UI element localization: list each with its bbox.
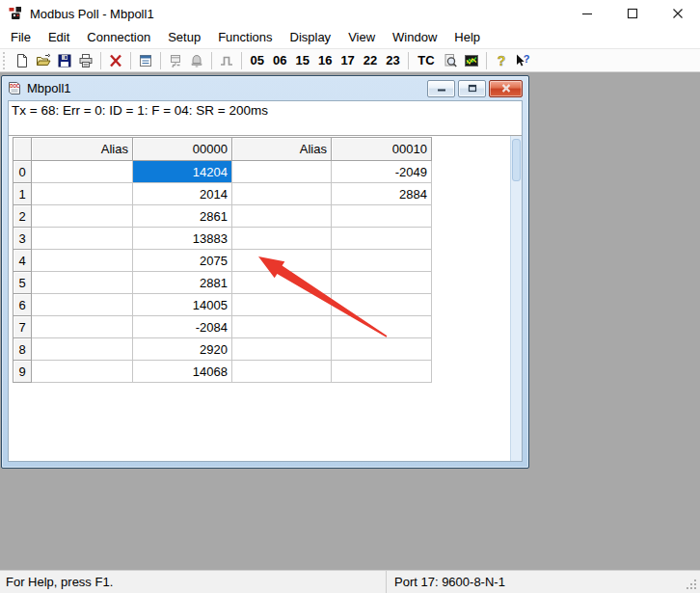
grid-cell[interactable] bbox=[32, 183, 133, 205]
grid-cell[interactable]: 13883 bbox=[133, 228, 232, 250]
toolbar-grip[interactable] bbox=[3, 52, 8, 69]
test-center-button[interactable]: TC bbox=[413, 50, 439, 70]
row-header-3[interactable]: 3 bbox=[13, 228, 32, 250]
help-button[interactable]: ? bbox=[491, 50, 512, 70]
row-header-8[interactable]: 8 bbox=[13, 338, 32, 361]
grid-cell[interactable] bbox=[232, 228, 332, 250]
function-16-button[interactable]: 16 bbox=[313, 50, 336, 70]
grid-cell[interactable] bbox=[232, 338, 332, 361]
grid-cell[interactable]: 2861 bbox=[133, 205, 232, 228]
grid-cell[interactable] bbox=[332, 250, 432, 272]
single-poll-button[interactable] bbox=[216, 50, 237, 70]
row-header-0[interactable]: 0 bbox=[13, 161, 32, 183]
read-write-definition-icon bbox=[138, 53, 153, 68]
menu-help[interactable]: Help bbox=[445, 27, 489, 48]
grid-cell[interactable]: 14068 bbox=[133, 361, 232, 383]
main-titlebar[interactable]: Modbus Poll - Mbpoll1 bbox=[0, 0, 700, 27]
grid-cell[interactable] bbox=[332, 205, 432, 228]
grid-cell[interactable] bbox=[232, 183, 332, 205]
grid-cell[interactable] bbox=[332, 272, 432, 294]
read-write-definition-button[interactable] bbox=[135, 50, 156, 70]
grid-cell[interactable] bbox=[232, 161, 332, 183]
grid-cell[interactable] bbox=[32, 205, 133, 228]
grid-cell[interactable]: 14204 bbox=[133, 161, 232, 183]
close-button[interactable] bbox=[655, 0, 700, 27]
grid-cell[interactable] bbox=[332, 294, 432, 316]
row-header-1[interactable]: 1 bbox=[13, 183, 32, 205]
row-header-7[interactable]: 7 bbox=[13, 316, 32, 338]
grid-cell[interactable]: 2920 bbox=[133, 338, 232, 361]
menu-window[interactable]: Window bbox=[384, 27, 445, 48]
vertical-scrollbar[interactable] bbox=[510, 136, 522, 461]
grid-cell[interactable]: -2049 bbox=[332, 161, 432, 183]
grid-corner-header[interactable] bbox=[13, 138, 32, 161]
grid-cell[interactable] bbox=[32, 161, 133, 183]
row-header-2[interactable]: 2 bbox=[13, 205, 32, 228]
communication-traffic-button[interactable] bbox=[165, 50, 186, 70]
grid-cell[interactable] bbox=[332, 316, 432, 338]
menu-view[interactable]: View bbox=[339, 27, 384, 48]
menu-file[interactable]: File bbox=[2, 27, 40, 48]
grid-cell[interactable] bbox=[332, 361, 432, 383]
grid-cell[interactable] bbox=[32, 338, 133, 361]
register-00010-column-header[interactable]: 00010 bbox=[332, 138, 432, 161]
grid-cell[interactable] bbox=[32, 316, 133, 338]
alias-column-header[interactable]: Alias bbox=[232, 138, 332, 161]
grid-cell[interactable]: 2014 bbox=[133, 183, 232, 205]
chart-button[interactable] bbox=[461, 50, 482, 70]
child-minimize-button[interactable] bbox=[427, 80, 455, 97]
grid-cell[interactable] bbox=[232, 250, 332, 272]
alias-column-header[interactable]: Alias bbox=[32, 138, 133, 161]
register-00000-column-header[interactable]: 00000 bbox=[133, 138, 232, 161]
function-17-button[interactable]: 17 bbox=[337, 50, 359, 70]
child-close-button[interactable] bbox=[489, 80, 523, 97]
child-restore-button[interactable] bbox=[458, 80, 486, 97]
grid-cell[interactable] bbox=[232, 272, 332, 294]
disconnect-button[interactable] bbox=[105, 50, 126, 70]
function-22-button[interactable]: 22 bbox=[359, 50, 381, 70]
child-minimize-icon bbox=[437, 85, 446, 93]
open-button[interactable] bbox=[33, 50, 54, 70]
grid-cell[interactable] bbox=[32, 250, 133, 272]
log-button[interactable] bbox=[186, 50, 207, 70]
grid-cell[interactable]: 2884 bbox=[332, 183, 432, 205]
row-header-9[interactable]: 9 bbox=[13, 361, 32, 383]
menu-display[interactable]: Display bbox=[282, 27, 340, 48]
print-button[interactable] bbox=[75, 50, 96, 70]
grid-cell[interactable] bbox=[232, 361, 332, 383]
grid-cell[interactable] bbox=[32, 294, 133, 316]
grid-cell[interactable]: 2075 bbox=[133, 250, 232, 272]
menu-setup[interactable]: Setup bbox=[159, 27, 209, 48]
find-button[interactable] bbox=[440, 50, 461, 70]
grid-cell[interactable]: -2084 bbox=[133, 316, 232, 338]
grid-cell[interactable] bbox=[32, 361, 133, 383]
grid-cell[interactable] bbox=[232, 294, 332, 316]
menu-connection[interactable]: Connection bbox=[78, 27, 159, 48]
function-23-button[interactable]: 23 bbox=[382, 50, 404, 70]
context-help-button[interactable]: ? bbox=[512, 50, 533, 70]
minimize-button[interactable] bbox=[564, 0, 609, 27]
grid-cell[interactable] bbox=[232, 205, 332, 228]
function-05-button[interactable]: 05 bbox=[246, 50, 268, 70]
new-button[interactable] bbox=[12, 50, 33, 70]
grid-cell[interactable] bbox=[332, 338, 432, 361]
menu-functions[interactable]: Functions bbox=[209, 27, 281, 48]
grid-cell[interactable]: 2881 bbox=[133, 272, 232, 294]
row-header-4[interactable]: 4 bbox=[13, 250, 32, 272]
resize-grip[interactable] bbox=[686, 579, 698, 591]
save-button[interactable] bbox=[54, 50, 75, 70]
row-header-5[interactable]: 5 bbox=[13, 272, 32, 294]
grid-cell[interactable] bbox=[332, 228, 432, 250]
maximize-button[interactable] bbox=[609, 0, 655, 27]
app-icon bbox=[8, 6, 23, 21]
row-header-6[interactable]: 6 bbox=[13, 294, 32, 316]
scrollbar-thumb[interactable] bbox=[512, 139, 521, 181]
grid-cell[interactable] bbox=[232, 316, 332, 338]
child-titlebar[interactable]: DOC Mbpoll1 bbox=[2, 76, 528, 100]
function-15-button[interactable]: 15 bbox=[291, 50, 313, 70]
grid-cell[interactable] bbox=[32, 228, 133, 250]
function-06-button[interactable]: 06 bbox=[268, 50, 290, 70]
menu-edit[interactable]: Edit bbox=[40, 27, 78, 48]
grid-cell[interactable]: 14005 bbox=[133, 294, 232, 316]
grid-cell[interactable] bbox=[32, 272, 133, 294]
